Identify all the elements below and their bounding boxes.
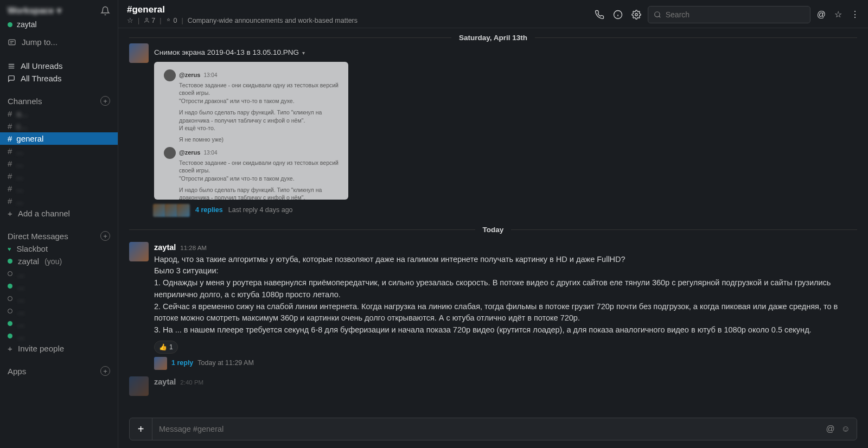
info-icon[interactable]: [613, 10, 623, 20]
gear-icon[interactable]: [631, 10, 641, 20]
add-channel[interactable]: +Add a channel: [0, 207, 118, 220]
presence-dot: [8, 309, 12, 313]
channel-item[interactable]: #...: [0, 170, 118, 182]
channel-item[interactable]: #c...: [0, 120, 118, 132]
channel-item[interactable]: #...: [0, 157, 118, 170]
date-divider: Saturday, April 13th: [118, 28, 868, 47]
workspace-name[interactable]: Workspace ▾: [8, 5, 61, 16]
avatar[interactable]: [129, 242, 149, 261]
message-time: 2:40 PM: [180, 378, 203, 387]
invite-people[interactable]: +Invite people: [0, 342, 118, 355]
current-user[interactable]: zaytal: [0, 19, 118, 34]
message-author[interactable]: zaytal: [154, 376, 176, 388]
pin-count[interactable]: 0: [165, 17, 177, 24]
channels-header[interactable]: Channels +: [0, 94, 118, 107]
message-input[interactable]: [152, 425, 826, 433]
message-composer[interactable]: + @ ☺: [129, 418, 857, 440]
apps-header[interactable]: Apps +: [0, 364, 118, 377]
jump-to[interactable]: Jump to...: [0, 34, 118, 50]
svg-point-11: [655, 11, 660, 16]
search-input[interactable]: [648, 6, 810, 23]
presence-dot: [8, 284, 12, 289]
presence-dot: [8, 321, 12, 326]
thread-summary[interactable]: 1 reply Today at 11:29 AM: [154, 357, 857, 370]
chevron-down-icon: ▾: [57, 5, 61, 16]
presence-dot: [8, 259, 12, 264]
add-app-icon[interactable]: +: [100, 366, 110, 376]
add-channel-icon[interactable]: +: [100, 96, 110, 106]
add-dm-icon[interactable]: +: [100, 231, 110, 241]
image-preview[interactable]: @zerus13:04 Тестовое задание - они скиды…: [154, 62, 348, 200]
bell-icon[interactable]: [100, 6, 110, 16]
dm-slackbot[interactable]: ♥Slackbot: [0, 242, 118, 255]
dm-item[interactable]: ...: [0, 305, 118, 317]
presence-dot: [8, 271, 12, 276]
file-attachment[interactable]: Снимок экрана 2019-04-13 в 13.05.10.PNG …: [154, 47, 305, 58]
avatar: [154, 357, 167, 370]
svg-rect-0: [9, 40, 15, 44]
channel-item[interactable]: #...: [0, 182, 118, 195]
message-time: 11:28 AM: [180, 244, 207, 253]
presence-dot: [8, 22, 12, 27]
dm-item[interactable]: ...: [0, 267, 118, 280]
channel-title: #general: [127, 4, 588, 15]
channel-topic[interactable]: Company-wide announcements and work-base…: [188, 17, 358, 24]
channel-item[interactable]: #...: [0, 195, 118, 207]
svg-line-12: [659, 16, 660, 17]
reaction[interactable]: 👍1: [154, 341, 178, 354]
message: Снимок экрана 2019-04-13 в 13.05.10.PNG …: [118, 47, 868, 220]
channel-item-general[interactable]: #general: [0, 132, 118, 145]
avatar[interactable]: [129, 376, 149, 396]
dm-self[interactable]: zaytal (you): [0, 255, 118, 267]
message: zaytal 2:40 PM: [118, 373, 868, 396]
date-divider: Today: [118, 220, 868, 239]
more-icon[interactable]: ⋮: [851, 9, 859, 20]
all-unreads[interactable]: All Unreads: [0, 60, 118, 72]
message-author[interactable]: zaytal: [154, 242, 176, 254]
emoji-icon[interactable]: ☺: [841, 424, 850, 434]
svg-point-10: [635, 13, 638, 16]
message: zaytal 11:28 AM Народ, что за такие алго…: [118, 239, 868, 373]
dm-item[interactable]: ...: [0, 330, 118, 342]
heart-icon: ♥: [8, 246, 11, 252]
search-icon: [654, 11, 661, 18]
chevron-down-icon: ▾: [302, 49, 305, 57]
mentions-icon[interactable]: @: [817, 10, 826, 20]
member-count[interactable]: 7: [144, 17, 155, 24]
all-threads[interactable]: All Threads: [0, 72, 118, 85]
channel-item[interactable]: #a...: [0, 107, 118, 120]
presence-dot: [8, 334, 12, 338]
message-text: Народ, что за такие алгоритмы у ютуба, к…: [154, 254, 857, 336]
mentions-icon[interactable]: @: [826, 424, 834, 434]
phone-icon[interactable]: [595, 10, 604, 20]
dm-header[interactable]: Direct Messages +: [0, 229, 118, 242]
svg-point-6: [146, 18, 148, 20]
dm-item[interactable]: ...: [0, 317, 118, 330]
thread-summary[interactable]: 4 replies Last reply 4 days ago: [154, 204, 857, 217]
dm-item[interactable]: ...: [0, 280, 118, 292]
presence-dot: [8, 296, 12, 301]
dm-item[interactable]: ...: [0, 292, 118, 305]
star-icon[interactable]: ☆: [127, 16, 133, 24]
channel-item[interactable]: #...: [0, 145, 118, 157]
star-icon[interactable]: ☆: [834, 9, 842, 20]
attach-button[interactable]: +: [130, 418, 152, 440]
